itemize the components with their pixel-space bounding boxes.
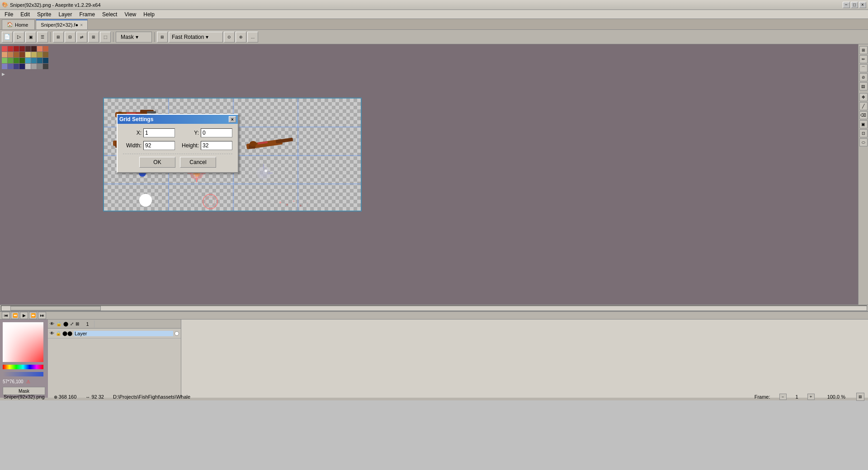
palette-color-15[interactable] [43,52,48,57]
palette-color-18[interactable] [14,58,19,63]
palette-color-5[interactable] [31,46,37,52]
tab-sprite[interactable]: Sniper(92×32).f● × [36,19,88,29]
export-button[interactable]: ☰ [37,32,48,42]
palette-color-25[interactable] [8,64,13,69]
dialog-x-input[interactable] [143,128,175,137]
scrollbar-track[interactable] [1,306,867,311]
palette-color-3[interactable] [19,46,25,52]
scrollbar-thumb[interactable] [10,306,101,310]
frame-prev-button[interactable]: − [779,394,787,400]
canvas-area[interactable] [49,44,858,305]
layer-frame-dot[interactable] [175,331,179,336]
palette-color-14[interactable] [37,52,42,57]
right-tool-4[interactable]: ⊘ [859,73,868,81]
right-tool-10[interactable]: ⊡ [859,129,868,137]
dialog-ok-button[interactable]: OK [139,157,175,168]
palette-color-2[interactable] [14,46,19,52]
palette-color-17[interactable] [8,58,13,63]
palette-color-4[interactable] [25,46,31,52]
right-tool-2[interactable]: ✏ [859,55,868,63]
color-picker[interactable] [3,322,43,362]
save-file-button[interactable]: ▣ [25,32,36,42]
menu-sprite[interactable]: Sprite [33,10,55,19]
palette-color-27[interactable] [19,64,25,69]
layer-type-icon[interactable]: ⬤ [63,321,68,326]
dialog-y-input[interactable] [201,128,232,137]
sprite-tab-close[interactable]: × [80,23,83,28]
right-tool-5[interactable]: ▤ [859,82,868,90]
play-next-button[interactable]: ⏩ [29,312,37,319]
palette-color-0[interactable] [2,46,7,52]
palette-color-9[interactable] [8,52,13,57]
grid-button[interactable]: ⊞ [88,32,99,42]
show-grid-button[interactable]: ⊞ [157,32,168,42]
palette-color-16[interactable] [2,58,7,63]
palette-color-30[interactable] [37,64,42,69]
play-last-button[interactable]: ⏭ [38,312,46,319]
alpha-bar[interactable] [3,372,43,376]
flip-h-button[interactable]: ⇌ [76,32,87,42]
palette-color-19[interactable] [19,58,25,63]
palette-color-21[interactable] [31,58,37,63]
hue-bar[interactable] [3,365,43,369]
new-file-button[interactable]: 📄 [2,32,13,42]
extra-button[interactable]: … [247,32,258,42]
menu-help[interactable]: Help [140,10,158,19]
dialog-width-input[interactable] [143,141,175,150]
right-tool-7[interactable]: ╱ [859,102,868,110]
tab-home[interactable]: 🏠 Home [2,19,35,29]
minimize-button[interactable]: − [843,2,850,8]
palette-color-20[interactable] [25,58,31,63]
sprite-props-button[interactable]: ⊞ [53,32,64,42]
palette-color-31[interactable] [43,64,48,69]
right-tool-8[interactable]: ⌫ [859,111,868,119]
palette-color-8[interactable] [2,52,7,57]
layer-visibility-icon[interactable]: 👁 [50,321,54,326]
right-tool-3[interactable]: ⌒ [859,64,868,72]
dialog-title-bar[interactable]: Grid Settings × [118,115,238,124]
palette-color-6[interactable] [37,46,42,52]
menu-select[interactable]: Select [99,10,121,19]
palette-color-26[interactable] [14,64,19,69]
symmetry-x-button[interactable]: ⊙ [224,32,235,42]
palette-color-22[interactable] [37,58,42,63]
right-tool-1[interactable]: ⊞ [859,46,868,54]
right-tool-11[interactable]: ⬭ [859,138,868,146]
frame-next-button[interactable]: + [807,394,815,400]
maximize-button[interactable]: □ [851,2,858,8]
layer-link-icon[interactable]: ⤢ [70,321,74,326]
right-tool-6[interactable]: ✥ [859,93,868,101]
layer-blend-icon[interactable]: ⊠ [75,321,79,326]
zoom-options-button[interactable]: ⊞ [856,393,864,401]
menu-view[interactable]: View [121,10,140,19]
palette-color-28[interactable] [25,64,31,69]
canvas-size-button[interactable]: ⊟ [65,32,75,42]
play-prev-button[interactable]: ⏪ [11,312,19,319]
menu-edit[interactable]: Edit [17,10,33,19]
play-button[interactable]: ▶ [20,312,28,319]
menu-frame[interactable]: Frame [75,10,99,19]
layer-mode-icon[interactable]: ⬤⬤ [62,331,72,336]
right-tool-9[interactable]: ▣ [859,120,868,128]
rotation-mode-dropdown[interactable]: Fast Rotation ▾ [169,32,223,42]
close-window-button[interactable]: × [859,2,866,8]
mask-button[interactable]: Mask ▾ [116,32,152,42]
grid-settings-dialog[interactable]: Grid Settings × X: Y: Width: Height: OK … [117,114,239,173]
palette-color-11[interactable] [19,52,25,57]
palette-color-1[interactable] [8,46,13,52]
palette-color-13[interactable] [31,52,37,57]
selection-button[interactable]: ⬚ [100,32,111,42]
palette-color-29[interactable] [31,64,37,69]
open-file-button[interactable]: ▷ [14,32,24,42]
layer-lock-icon[interactable]: 🔒 [56,321,61,326]
symmetry-y-button[interactable]: ⊛ [236,32,246,42]
layer-visibility-toggle[interactable]: 👁 [50,331,54,336]
menu-file[interactable]: File [1,10,17,19]
palette-color-23[interactable] [43,58,48,63]
dialog-cancel-button[interactable]: Cancel [180,157,216,168]
layer-lock-toggle[interactable]: 🔒 [56,331,61,336]
menu-layer[interactable]: Layer [55,10,75,19]
palette-color-7[interactable] [43,46,48,52]
palette-color-10[interactable] [14,52,19,57]
play-first-button[interactable]: ⏮ [2,312,10,319]
